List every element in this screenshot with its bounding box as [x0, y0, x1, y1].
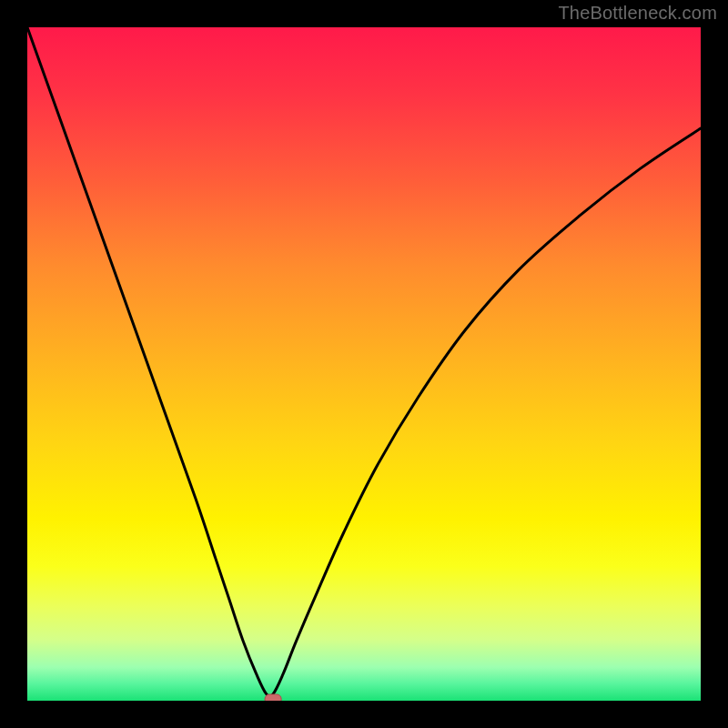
gradient-background	[27, 27, 701, 701]
chart-container: TheBottleneck.com	[0, 0, 728, 728]
bottleneck-chart	[27, 27, 701, 701]
watermark-text: TheBottleneck.com	[558, 3, 717, 24]
optimal-point-marker	[265, 694, 281, 701]
